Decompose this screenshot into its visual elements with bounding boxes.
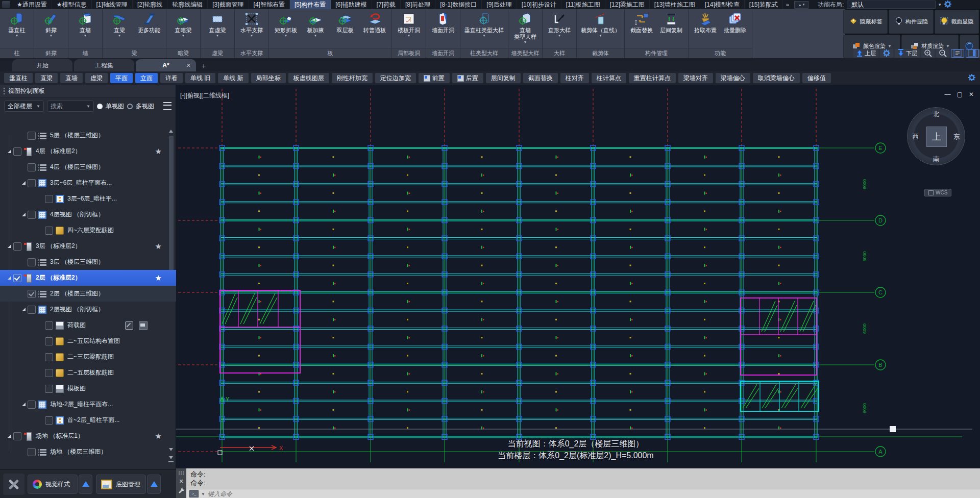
search-combo[interactable]: 搜索▼ bbox=[47, 101, 94, 112]
tree-row-5[interactable]: 4层视图 （剖切框） bbox=[0, 207, 176, 222]
viewport-minimize-icon[interactable]: — bbox=[945, 91, 951, 98]
ribbon-button-斜撑[interactable]: 斜撑▼ bbox=[37, 10, 65, 48]
ribbon-button-双层板[interactable]: 双层板 bbox=[331, 10, 359, 48]
menu-mini-combo[interactable]: ▲▾ bbox=[794, 1, 808, 9]
image-slot-icon[interactable] bbox=[139, 321, 148, 330]
tree-row-9[interactable]: 2层 （标准层2）★ bbox=[0, 270, 176, 286]
tab-开始[interactable]: 开始 bbox=[12, 59, 72, 71]
tools-button[interactable] bbox=[3, 474, 24, 495]
toolbar-button-单线 新[interactable]: 单线 新 bbox=[218, 73, 248, 83]
menu-item-9[interactable]: [6]辅助建模 bbox=[331, 0, 372, 9]
tree-checkbox[interactable] bbox=[13, 432, 21, 440]
ribbon-button-板加腋[interactable]: 板加腋▼ bbox=[301, 10, 330, 48]
toolbar-button-垂直柱[interactable]: 垂直柱 bbox=[4, 73, 33, 83]
toolbar-button-详看[interactable]: 详看 bbox=[160, 73, 183, 83]
tree-row-14[interactable]: 二~三层梁配筋图 bbox=[0, 349, 176, 365]
tree-row-20[interactable]: 场地 （楼层三维图） bbox=[0, 444, 176, 460]
toolbar-button-定位边加宽[interactable]: 定位边加宽 bbox=[375, 73, 416, 83]
toolbar-button-柱计算点[interactable]: 柱计算点 bbox=[592, 73, 626, 83]
expand-arrow-icon[interactable] bbox=[22, 308, 26, 311]
tree-checkbox[interactable] bbox=[45, 385, 53, 393]
tree-row-13[interactable]: 二~五层结构布置图 bbox=[0, 333, 176, 349]
tree-checkbox[interactable] bbox=[28, 179, 36, 187]
tree-checkbox[interactable] bbox=[28, 211, 36, 219]
tree-checkbox[interactable] bbox=[28, 448, 36, 456]
tree-checkbox[interactable] bbox=[45, 227, 53, 235]
tree-row-4[interactable]: 3层~6层_暗柱平... bbox=[0, 191, 176, 207]
compass-west[interactable]: 西 bbox=[911, 132, 921, 141]
menu-item-14[interactable]: [10]初步设计 bbox=[517, 0, 561, 9]
tree-row-3[interactable]: 3层~6层_暗柱平面布... bbox=[0, 175, 176, 191]
drawing-viewport[interactable]: YXEDCBA6000600060006000 [-][俯视][二维线框] — … bbox=[176, 85, 980, 468]
tree-checkbox[interactable] bbox=[28, 258, 36, 266]
compass-top-face[interactable]: 上 bbox=[926, 127, 947, 147]
tree-checkbox[interactable] bbox=[45, 353, 53, 361]
ribbon-button-截面显隐[interactable]: 截面显隐 bbox=[935, 10, 979, 34]
command-drag-handle-icon[interactable] bbox=[178, 471, 184, 476]
menu-item-16[interactable]: [12]梁施工图 bbox=[605, 0, 650, 9]
expand-arrow-icon[interactable] bbox=[8, 434, 11, 438]
menu-item-19[interactable]: [15]装配式 bbox=[745, 0, 783, 9]
tree-row-17[interactable]: 场地-2层_暗柱平面布... bbox=[0, 396, 176, 412]
ribbon-button-垂直柱[interactable]: 垂直柱▼ bbox=[3, 10, 31, 48]
tree-checkbox[interactable] bbox=[13, 242, 21, 251]
toolbar-button-平面[interactable]: 平面 bbox=[110, 73, 133, 83]
drawing-canvas[interactable]: YXEDCBA6000600060006000 bbox=[176, 85, 980, 468]
ribbon-button-更多功能[interactable]: 更多功能 bbox=[135, 10, 163, 48]
layout-gear-icon[interactable] bbox=[944, 0, 952, 10]
expand-arrow-icon[interactable] bbox=[22, 403, 26, 406]
command-wrench-icon[interactable] bbox=[178, 487, 185, 496]
toolbar-button-单线 旧[interactable]: 单线 旧 bbox=[185, 73, 215, 83]
tree-row-12[interactable]: 荷载图 bbox=[0, 317, 176, 333]
base-map-up-button[interactable] bbox=[147, 475, 161, 494]
toolbar-button-柱对齐[interactable]: 柱对齐 bbox=[560, 73, 589, 83]
floor-filter-dropdown[interactable]: 全部楼层▼ bbox=[4, 101, 44, 112]
zoomin-button[interactable] bbox=[921, 49, 935, 58]
toolbar-button-虚梁[interactable]: 虚梁 bbox=[85, 73, 108, 83]
tree-row-1[interactable]: 4层 （标准层2）★ bbox=[0, 143, 176, 159]
command-prompt-dropdown-icon[interactable]: ▼ bbox=[201, 492, 205, 496]
menu-item-6[interactable]: [3]截面管理 bbox=[208, 0, 249, 9]
toolbar-button-取消梁墙偏心[interactable]: 取消梁墙偏心 bbox=[753, 73, 800, 83]
tree-checkbox[interactable] bbox=[28, 306, 36, 314]
panel-side-button[interactable] bbox=[966, 49, 979, 58]
tree-row-7[interactable]: 3层 （标准层2）★ bbox=[0, 238, 176, 254]
ribbon-button-转普通板[interactable]: 转普通板 bbox=[360, 10, 389, 48]
new-tab-button[interactable]: + bbox=[198, 60, 210, 71]
command-input-row[interactable]: >_ ▼ 键入命令 bbox=[186, 489, 980, 498]
menu-item-3[interactable]: [1]轴线管理 bbox=[92, 0, 133, 9]
menu-item-8[interactable]: [5]构件布置 bbox=[290, 0, 331, 9]
menu-item-5[interactable]: 轮廓线编辑 bbox=[167, 0, 208, 9]
compass-north[interactable]: 北 bbox=[931, 110, 941, 119]
compass-east[interactable]: 东 bbox=[951, 132, 962, 141]
menu-item-11[interactable]: [8]前处理 bbox=[401, 0, 435, 9]
toolbar-button-板虚线图层[interactable]: 板虚线图层 bbox=[288, 73, 329, 83]
toolbar-button-刚性杆加宽[interactable]: 刚性杆加宽 bbox=[332, 73, 373, 83]
tree-row-8[interactable]: 3层 （楼层三维图） bbox=[0, 254, 176, 270]
tree-checkbox[interactable] bbox=[13, 274, 21, 282]
menu-item-10[interactable]: [7]荷载 bbox=[372, 0, 401, 9]
tree-checkbox[interactable] bbox=[45, 321, 53, 330]
multi-view-radio[interactable] bbox=[127, 104, 133, 109]
viewport-close-icon[interactable]: ✕ bbox=[969, 91, 974, 98]
menu-item-12[interactable]: [8-1]数据接口 bbox=[435, 0, 482, 9]
tab-工程集[interactable]: 工程集 bbox=[74, 59, 134, 71]
menu-item-17[interactable]: [13]墙柱施工图 bbox=[650, 0, 700, 9]
menu-overflow-chevron-icon[interactable]: » bbox=[783, 2, 792, 8]
tree-row-10[interactable]: 2层 （楼层三维图） bbox=[0, 286, 176, 302]
ribbon-button-直虚梁[interactable]: 直虚梁▼ bbox=[203, 10, 232, 48]
expand-arrow-icon[interactable] bbox=[8, 244, 11, 248]
tree-checkbox[interactable] bbox=[13, 147, 21, 156]
tree-checkbox[interactable] bbox=[45, 337, 53, 345]
expand-arrow-icon[interactable] bbox=[22, 213, 26, 216]
menu-item-7[interactable]: [4]智能布置 bbox=[249, 0, 290, 9]
view-menu-icon[interactable] bbox=[163, 102, 172, 110]
tree-checkbox[interactable] bbox=[28, 290, 36, 298]
toolbar-button-直梁[interactable]: 直梁 bbox=[35, 73, 58, 83]
toolbar-button-偏移值[interactable]: 偏移值 bbox=[802, 73, 831, 83]
panel-drag-handle-icon[interactable] bbox=[3, 87, 5, 94]
favorite-star-icon[interactable]: ★ bbox=[155, 432, 162, 441]
ribbon-button-墙面开洞[interactable]: 墙面开洞 bbox=[429, 10, 457, 48]
toolbar-button-重置柱计算点[interactable]: 重置柱计算点 bbox=[629, 73, 676, 83]
button-下层[interactable]: 下层 bbox=[895, 49, 920, 58]
